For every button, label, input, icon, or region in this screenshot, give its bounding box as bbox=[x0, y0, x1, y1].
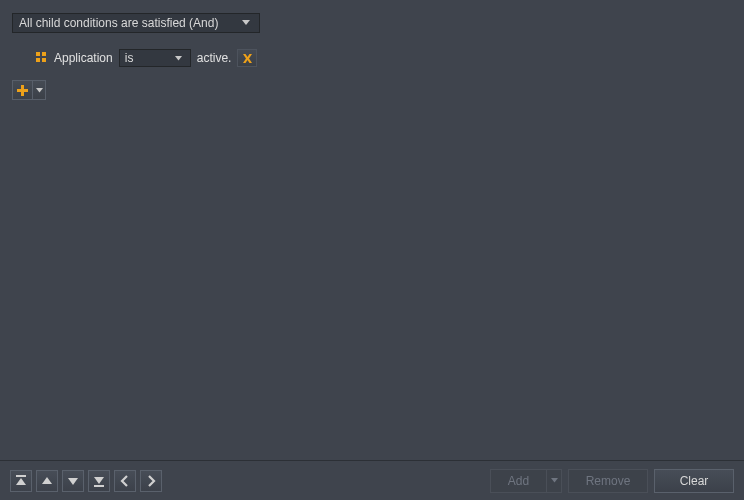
chevron-down-icon bbox=[551, 478, 558, 483]
condition-row: Application is active. bbox=[36, 48, 257, 68]
move-right-button[interactable] bbox=[140, 470, 162, 492]
root-condition-select[interactable]: All child conditions are satisfied (And) bbox=[12, 13, 260, 33]
svg-rect-1 bbox=[17, 89, 28, 92]
add-condition-split-button bbox=[12, 80, 46, 100]
move-down-button[interactable] bbox=[62, 470, 84, 492]
add-button: Add bbox=[490, 469, 546, 493]
move-left-button[interactable] bbox=[114, 470, 136, 492]
move-to-top-icon bbox=[15, 475, 27, 487]
chevron-left-icon bbox=[119, 475, 131, 487]
move-to-top-button[interactable] bbox=[10, 470, 32, 492]
add-condition-button[interactable] bbox=[12, 80, 32, 100]
chevron-down-icon bbox=[173, 56, 185, 61]
svg-rect-2 bbox=[16, 475, 26, 477]
svg-rect-3 bbox=[94, 485, 104, 487]
delete-condition-button[interactable] bbox=[237, 49, 257, 67]
condition-operator-select[interactable]: is bbox=[119, 49, 191, 67]
condition-suffix-label: active. bbox=[195, 51, 234, 65]
add-split-button: Add bbox=[490, 469, 562, 493]
remove-x-icon bbox=[242, 53, 253, 64]
chevron-down-icon bbox=[239, 20, 253, 26]
move-up-button[interactable] bbox=[36, 470, 58, 492]
add-button-label: Add bbox=[508, 474, 529, 488]
add-condition-dropdown-button[interactable] bbox=[32, 80, 46, 100]
move-up-icon bbox=[41, 475, 53, 487]
move-to-bottom-icon bbox=[93, 475, 105, 487]
move-down-icon bbox=[67, 475, 79, 487]
root-condition-label: All child conditions are satisfied (And) bbox=[19, 16, 239, 30]
drag-handle-icon[interactable] bbox=[36, 52, 48, 64]
chevron-right-icon bbox=[145, 475, 157, 487]
remove-button: Remove bbox=[568, 469, 648, 493]
add-dropdown-button bbox=[546, 469, 562, 493]
move-to-bottom-button[interactable] bbox=[88, 470, 110, 492]
chevron-down-icon bbox=[36, 88, 43, 93]
bottom-toolbar: Add Remove Clear bbox=[0, 460, 744, 500]
plus-icon bbox=[17, 85, 28, 96]
condition-field-label: Application bbox=[52, 51, 115, 65]
remove-button-label: Remove bbox=[586, 474, 631, 488]
clear-button-label: Clear bbox=[680, 474, 709, 488]
clear-button[interactable]: Clear bbox=[654, 469, 734, 493]
condition-operator-value: is bbox=[125, 51, 173, 65]
